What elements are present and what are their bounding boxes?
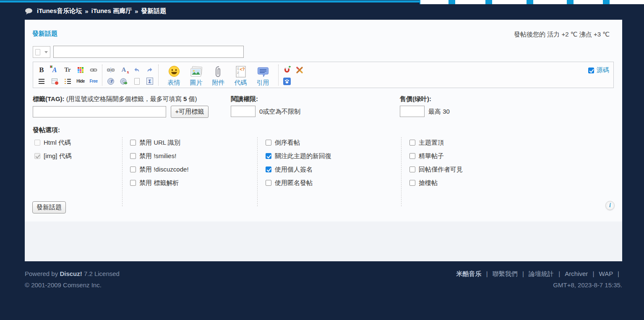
footer-link-contact[interactable]: 聯繫我們 [493, 270, 518, 277]
insert-flash-button[interactable] [119, 77, 128, 86]
page-title: 發新話題 [32, 30, 57, 38]
list-button[interactable] [63, 77, 72, 86]
table-button[interactable] [50, 77, 59, 86]
option-disable-smilies[interactable]: 禁用 !smilies! [130, 149, 189, 163]
breadcrumb-subforum-link[interactable]: iTunes 画廊厅 [91, 7, 132, 15]
font-size-button[interactable]: Tr [63, 65, 72, 75]
powered-by: Powered by Discuz! 7.2 Licensed [25, 268, 120, 279]
undo-button[interactable] [132, 65, 141, 75]
checkbox[interactable] [266, 180, 271, 186]
tag-hint: (用逗號或空格隔開多個標籤，最多可填寫 5 個) [66, 95, 197, 102]
checkbox[interactable] [130, 153, 136, 159]
hide-code-button[interactable]: Hide [76, 77, 85, 86]
option-disable-url[interactable]: 禁用 URL 識別 [130, 136, 189, 149]
topic-title-input[interactable] [53, 46, 244, 58]
tag-input[interactable] [33, 106, 166, 117]
smiley-button[interactable]: 表情 [163, 64, 185, 87]
unlink-icon [107, 66, 115, 74]
option-reverse-read[interactable]: 倒序看帖 [266, 136, 331, 149]
checkbox[interactable] [409, 153, 415, 159]
checkbox[interactable] [130, 140, 136, 146]
option-disable-tag-parse[interactable]: 禁用 標籤解析 [130, 176, 189, 190]
checkbox[interactable] [409, 180, 415, 186]
insert-link-button[interactable] [89, 65, 98, 75]
copyright: © 2001-2009 Comsenz Inc. [25, 279, 120, 291]
post-options-column-1: Html 代碼 [img] 代碼 [34, 136, 72, 163]
media-disc-icon [107, 78, 115, 85]
source-code-label: 源碼 [597, 66, 609, 74]
option-digest-post[interactable]: 精華帖子 [409, 149, 463, 163]
option-anonymous-post[interactable]: 使用匿名發帖 [266, 176, 331, 190]
quote-icon [256, 65, 270, 78]
quote-button[interactable]: 引用 [252, 64, 274, 87]
checkbox[interactable] [130, 167, 136, 172]
toolbar-divider [158, 65, 159, 86]
topic-icon-selector[interactable] [33, 46, 50, 58]
redo-arrow-icon [146, 67, 153, 73]
option-author-only-replies[interactable]: 回帖僅作者可見 [409, 163, 463, 176]
new-topic-panel: 發新話題 發帖後您的 活力 +2 ℃ 沸点 +3 ℃ B A Tr Hide [25, 20, 622, 221]
palette-button[interactable] [76, 65, 85, 75]
paw-icon [283, 78, 291, 85]
magnet-button[interactable] [282, 65, 292, 75]
submit-new-topic-button[interactable]: 發新話題 [32, 201, 66, 213]
option-use-signature[interactable]: 使用個人簽名 [266, 163, 331, 176]
option-floor-grab[interactable]: 搶樓帖 [409, 176, 463, 190]
justify-button[interactable] [37, 77, 46, 86]
checkbox[interactable] [130, 180, 136, 186]
comment-bubble-icon [25, 8, 33, 15]
crossed-pencils-icon [296, 66, 303, 74]
checkbox [34, 153, 40, 159]
paperclip-icon [212, 65, 225, 78]
blank-page-icon [134, 78, 140, 85]
sigma-button[interactable]: Σ [145, 77, 154, 86]
remove-format-button[interactable]: Ax [119, 65, 128, 75]
toolbar-divider [102, 65, 102, 86]
breadcrumb: iTunes音乐论坛 » iTunes 画廊厅 » 發新話題 [0, 3, 644, 20]
discuz-new-topic-page: iTunes音乐论坛 » iTunes 画廊厅 » 發新話題 發新話題 發帖後您… [0, 0, 644, 320]
attachment-button[interactable]: 附件 [207, 64, 229, 87]
list-icon [65, 79, 71, 84]
checkbox[interactable] [266, 167, 271, 172]
new-page-button[interactable] [132, 77, 141, 86]
toolbar-group-edit: Ax Σ [106, 65, 155, 86]
source-code-toggle[interactable]: 源碼 [588, 66, 609, 74]
price-input[interactable] [400, 106, 425, 117]
font-color-button[interactable]: A [50, 65, 59, 75]
checkbox[interactable] [266, 140, 271, 146]
image-button[interactable]: 圖片 [185, 64, 207, 87]
insert-media-button[interactable] [106, 77, 115, 86]
pencil-cross-button[interactable] [295, 65, 304, 75]
footer-link-archiver[interactable]: Archiver [565, 270, 588, 277]
checkbox[interactable] [409, 140, 415, 146]
breadcrumb-forum-link[interactable]: iTunes音乐论坛 [37, 7, 82, 15]
checkbox[interactable] [266, 153, 271, 159]
breadcrumb-current: 發新話題 [141, 7, 166, 15]
read-permission-note: 0或空為不限制 [259, 108, 300, 116]
post-options-column-2: 禁用 URL 識別 禁用 !smilies! 禁用 !discuzcode! 禁… [130, 136, 189, 190]
option-html-code: Html 代碼 [34, 136, 72, 149]
source-code-checkbox[interactable] [588, 68, 594, 73]
option-sticky-topic[interactable]: 主題置頂 [409, 136, 463, 149]
bold-button[interactable]: B [37, 65, 46, 75]
footer-link-wap[interactable]: WAP [599, 270, 613, 277]
option-disable-discuzcode[interactable]: 禁用 !discuzcode! [130, 163, 189, 176]
checkbox[interactable] [409, 167, 415, 172]
remove-link-button[interactable] [106, 65, 115, 75]
option-img-code: [img] 代碼 [34, 149, 72, 163]
redo-button[interactable] [145, 65, 154, 75]
flash-disc-icon [120, 78, 128, 85]
read-permission-input[interactable] [231, 106, 256, 117]
option-subscribe-replies[interactable]: 關注此主題的新回復 [266, 149, 331, 163]
post-options-column-4: 主題置頂 精華帖子 回帖僅作者可見 搶樓帖 [409, 136, 463, 190]
paw-button[interactable] [282, 77, 292, 86]
footer-links: 米酷音乐 | 聯繫我們 | 論壇統計 | Archiver | WAP | [456, 268, 622, 279]
footer-link-stats[interactable]: 論壇統計 [529, 270, 554, 277]
code-button[interactable]: 12 <? 代碼 [229, 64, 252, 87]
info-icon[interactable]: i [605, 201, 615, 210]
toolbar-group-extra [282, 65, 305, 86]
available-tags-button[interactable]: +可用標籤 [171, 106, 209, 118]
footer-link-mikumusic[interactable]: 米酷音乐 [456, 270, 482, 277]
toolbar-group-basic: B A Tr Hide Free [37, 65, 99, 86]
free-code-button[interactable]: Free [89, 77, 98, 86]
